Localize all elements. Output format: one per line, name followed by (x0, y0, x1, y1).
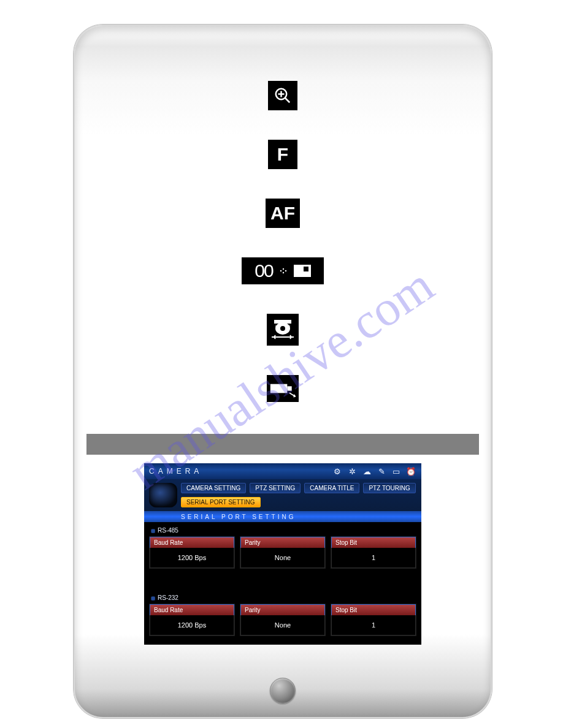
rs232-stopbit-value: 1 (331, 615, 416, 635)
rs485-parity-value: None (240, 548, 325, 568)
box-camera-icon (267, 375, 299, 402)
focus-f-icon: F (268, 140, 297, 169)
svg-rect-13 (287, 386, 291, 390)
brush-icon[interactable]: ✎ (376, 466, 387, 477)
rs485-baud-value: 1200 Bps (150, 548, 234, 568)
reel-icon[interactable]: ✲ (347, 466, 358, 477)
separator-band (86, 434, 479, 455)
rs485-baud-label: Baud Rate (150, 537, 234, 548)
rs232-parity-cell[interactable]: Parity None (240, 604, 326, 636)
tab-camera-setting[interactable]: CAMERA SETTING (181, 483, 246, 493)
rs232-stopbit-cell[interactable]: Stop Bit 1 (331, 604, 416, 636)
tablet-content: F AF 00 (75, 81, 491, 680)
rs485-parity-label: Parity (240, 537, 325, 548)
preset-counter-icon: 00 (242, 257, 324, 284)
cloud-icon[interactable]: ☁ (361, 466, 372, 477)
group-rs232: RS-232 Baud Rate 1200 Bps Parity None St… (144, 590, 421, 636)
dvr-tab-row: CAMERA SETTING PTZ SETTING CAMERA TITLE … (144, 479, 421, 511)
group-rs485-row: Baud Rate 1200 Bps Parity None Stop Bit … (149, 536, 416, 569)
autofocus-icon: AF (266, 199, 300, 228)
rs485-stopbit-cell[interactable]: Stop Bit 1 (331, 536, 416, 569)
dome-camera-icon (267, 314, 299, 346)
preset-counter-value: 00 (255, 260, 272, 281)
tab-serial-port-setting[interactable]: SERIAL PORT SETTING (181, 497, 261, 507)
save-card-icon (294, 265, 311, 277)
camera-lens-graphic (149, 483, 177, 507)
group-rs232-title: RS-232 (149, 592, 416, 604)
dvr-subheading: SERIAL PORT SETTING (144, 511, 421, 522)
svg-point-7 (285, 270, 286, 271)
rs232-parity-label: Parity (240, 604, 325, 615)
rs232-stopbit-label: Stop Bit (331, 604, 416, 615)
alarm-icon[interactable]: ⏰ (405, 466, 416, 477)
dvr-topbar: CAMERA ⚙ ✲ ☁ ✎ ▭ ⏰ (144, 463, 421, 479)
group-rs232-row: Baud Rate 1200 Bps Parity None Stop Bit … (149, 604, 416, 636)
rs232-parity-value: None (240, 615, 325, 635)
rs232-baud-label: Baud Rate (150, 604, 234, 615)
group-rs485: RS-485 Baud Rate 1200 Bps Parity None St… (144, 522, 421, 569)
rs485-stopbit-label: Stop Bit (331, 537, 416, 548)
svg-point-10 (280, 326, 285, 331)
tablet-frame: F AF 00 (74, 25, 492, 718)
monitor-icon[interactable]: ▭ (391, 466, 402, 477)
svg-point-6 (282, 272, 283, 273)
svg-rect-12 (270, 384, 288, 393)
svg-point-4 (280, 270, 281, 271)
dvr-screenshot: CAMERA ⚙ ✲ ☁ ✎ ▭ ⏰ CAMERA SETTING PTZ SE… (144, 463, 421, 645)
dvr-section-title: CAMERA (149, 467, 202, 476)
rs485-parity-cell[interactable]: Parity None (240, 536, 326, 569)
rs232-baud-cell[interactable]: Baud Rate 1200 Bps (149, 604, 235, 636)
dots-icon (279, 267, 288, 275)
svg-line-1 (285, 98, 290, 103)
group-rs485-title: RS-485 (149, 525, 416, 536)
rs485-baud-cell[interactable]: Baud Rate 1200 Bps (149, 536, 235, 569)
zoom-in-icon (268, 81, 297, 110)
rs232-baud-value: 1200 Bps (150, 615, 234, 635)
home-button[interactable] (270, 678, 296, 703)
rs485-stopbit-value: 1 (331, 548, 416, 568)
tab-ptz-touring[interactable]: PTZ TOURING (363, 483, 415, 493)
tab-ptz-setting[interactable]: PTZ SETTING (250, 483, 301, 493)
tab-camera-title[interactable]: CAMERA TITLE (304, 483, 359, 493)
gear-icon[interactable]: ⚙ (332, 466, 343, 477)
focus-f-label: F (277, 144, 288, 165)
svg-point-5 (282, 268, 283, 270)
page: F AF 00 (0, 0, 563, 728)
autofocus-label: AF (270, 203, 295, 224)
dvr-topbar-icons: ⚙ ✲ ☁ ✎ ▭ ⏰ (332, 466, 416, 477)
